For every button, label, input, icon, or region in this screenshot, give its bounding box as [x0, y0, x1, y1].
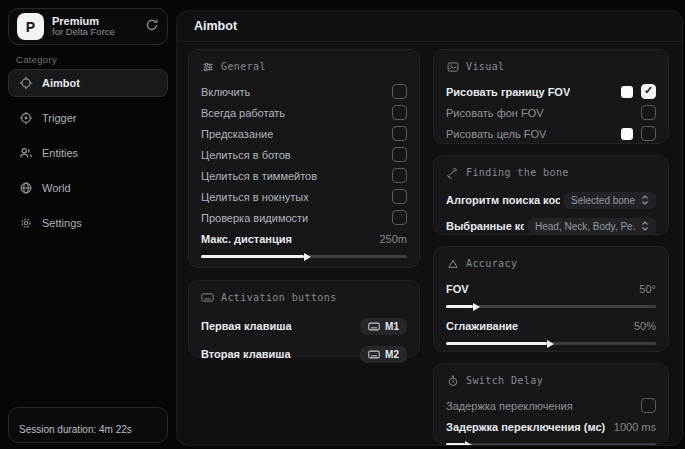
sidebar-item-entities[interactable]: Entities: [8, 139, 168, 167]
sidebar-item-world[interactable]: World: [8, 174, 168, 202]
fov-slider[interactable]: [446, 305, 656, 308]
checkbox[interactable]: [641, 84, 656, 99]
checkbox[interactable]: [392, 105, 407, 120]
section-title: Activation buttons: [221, 292, 337, 303]
slider-fill: [446, 305, 473, 308]
slider-row-fov: FOV 50°: [446, 278, 656, 299]
slider-fill: [446, 342, 547, 345]
checkbox[interactable]: [641, 126, 656, 141]
toggle-row: Включить: [201, 81, 407, 102]
toggle-label: Целиться в тиммейтов: [201, 170, 317, 182]
section-title: General: [221, 61, 266, 72]
accuracy-section-header: Accuracy: [446, 257, 656, 270]
keybind-value: M2: [385, 349, 399, 360]
checkbox[interactable]: [392, 147, 407, 162]
toggle-row: Проверка видимости: [201, 207, 407, 228]
keybind-label: Первая клавиша: [201, 320, 292, 332]
bone-row: Алгоритм поиска кост Selected bone: [446, 187, 656, 213]
toggle-label: Проверка видимости: [201, 212, 308, 224]
sidebar-item-label: Entities: [42, 147, 78, 159]
selected-bones-dropdown[interactable]: Head, Neck, Body, Pe..: [528, 218, 656, 235]
slider-thumb[interactable]: [547, 340, 554, 348]
gear-icon: [19, 216, 33, 230]
keybind-value: M1: [385, 321, 399, 332]
page-title: Aimbot: [194, 19, 237, 33]
slider-label: Сглаживание: [446, 320, 518, 332]
sliders-icon: [201, 60, 214, 73]
bone-section-header: Finding the bone: [446, 166, 656, 179]
sidebar-item-label: Trigger: [42, 112, 76, 124]
color-swatch[interactable]: [621, 128, 633, 140]
toggle-row: Задержка переключения: [446, 395, 656, 416]
brand-card: P Premium for Delta Force: [8, 8, 168, 45]
crosshair-icon: [19, 76, 33, 90]
toggle-row: Целиться в тиммейтов: [201, 165, 407, 186]
slider-thumb[interactable]: [465, 441, 472, 447]
dropdown-label: Алгоритм поиска кост: [446, 194, 560, 206]
section-title: Finding the bone: [466, 167, 569, 178]
main-header: Aimbot: [177, 11, 682, 42]
refresh-icon[interactable]: [145, 18, 159, 36]
bone-card: Finding the bone Алгоритм поиска кост Se…: [433, 155, 669, 235]
visual-card: Visual Рисовать границу FOV Рисовать фон…: [433, 49, 669, 144]
slider-thumb[interactable]: [473, 303, 480, 311]
slider-label: Задержка переключения (мс): [446, 421, 605, 433]
slider-row-max-distance: Макс. дистанция 250m: [201, 228, 407, 249]
slider-value: 1000 ms: [614, 421, 656, 433]
keybind-button[interactable]: M2: [360, 346, 407, 363]
slider-value: 250m: [379, 233, 407, 245]
smoothing-slider[interactable]: [446, 342, 656, 345]
keybind-row: Первая клавиша M1: [201, 312, 407, 340]
bone-algorithm-dropdown[interactable]: Selected bone: [564, 192, 656, 209]
sidebar-item-label: World: [42, 182, 71, 194]
toggle-label: Целиться в ботов: [201, 149, 291, 161]
switch-delay-slider[interactable]: [446, 443, 656, 446]
slider-fill: [201, 255, 304, 258]
checkbox[interactable]: [392, 189, 407, 204]
color-swatch[interactable]: [621, 86, 633, 98]
keyboard-icon: [201, 291, 214, 304]
sidebar-item-settings[interactable]: Settings: [8, 209, 168, 237]
visual-label: Рисовать цель FOV: [446, 128, 546, 140]
checkbox[interactable]: [392, 168, 407, 183]
keybind-label: Вторая клавиша: [201, 348, 291, 360]
visual-section-header: Visual: [446, 60, 656, 73]
checkbox[interactable]: [392, 84, 407, 99]
switch-delay-card: Switch Delay Задержка переключения Задер…: [433, 363, 669, 444]
checkbox[interactable]: [641, 398, 656, 413]
slider-fill: [446, 443, 465, 446]
max-distance-slider[interactable]: [201, 255, 407, 258]
section-title: Visual: [466, 61, 505, 72]
main-body: General Включить Всегда работать Предска…: [177, 42, 682, 446]
keyboard-icon: [368, 322, 380, 331]
checkbox[interactable]: [392, 126, 407, 141]
keybind-button[interactable]: M1: [360, 318, 407, 335]
toggle-label: Включить: [201, 86, 250, 98]
section-title: Accuracy: [466, 258, 517, 269]
toggle-label: Целиться в нокнутых: [201, 191, 309, 203]
checkbox[interactable]: [392, 210, 407, 225]
toggle-label: Всегда работать: [201, 107, 285, 119]
toggle-row: Всегда работать: [201, 102, 407, 123]
visual-row: Рисовать цель FOV: [446, 123, 656, 144]
activation-card: Activation buttons Первая клавиша M1 Вто…: [188, 280, 420, 357]
section-title: Switch Delay: [466, 375, 543, 386]
brand-text: Premium for Delta Force: [52, 15, 137, 39]
slider-label: Макс. дистанция: [201, 233, 292, 245]
slider-thumb[interactable]: [304, 253, 311, 261]
sidebar-item-trigger[interactable]: Trigger: [8, 104, 168, 132]
slider-row-switch-delay: Задержка переключения (мс) 1000 ms: [446, 416, 656, 437]
toggle-label: Предсказание: [201, 128, 273, 140]
sidebar: P Premium for Delta Force Category Aimbo…: [0, 0, 176, 449]
visual-label: Рисовать границу FOV: [446, 86, 570, 98]
slider-label: FOV: [446, 283, 469, 295]
triangle-icon: [446, 257, 459, 270]
app-window: P Premium for Delta Force Category Aimbo…: [0, 0, 685, 449]
sidebar-item-aimbot[interactable]: Aimbot: [8, 69, 168, 97]
bone-icon: [446, 166, 459, 179]
toggle-row: Предсказание: [201, 123, 407, 144]
checkbox[interactable]: [641, 105, 656, 120]
slider-value: 50°: [639, 283, 656, 295]
general-card: General Включить Всегда работать Предска…: [188, 49, 420, 268]
bone-row: Выбранные кос Head, Neck, Body, Pe..: [446, 213, 656, 239]
